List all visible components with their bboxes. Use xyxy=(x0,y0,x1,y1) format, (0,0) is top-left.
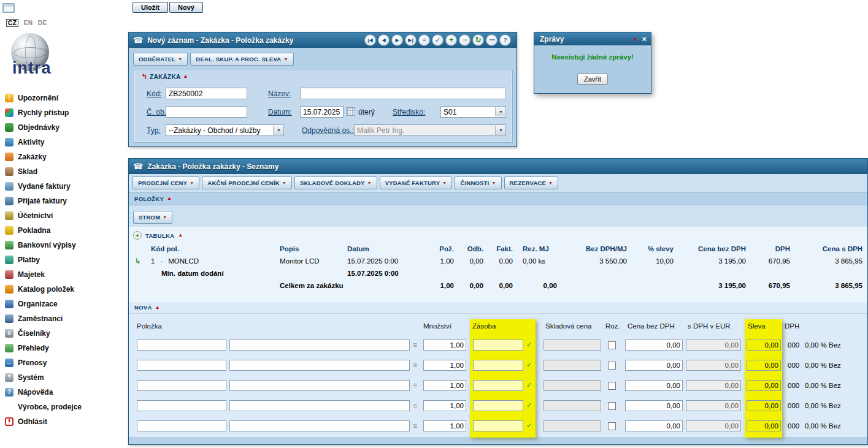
price-input[interactable] xyxy=(625,360,683,371)
list-button[interactable]: ≡ xyxy=(418,34,430,46)
sidebar-item-katalog-polozek[interactable]: Katalog položek xyxy=(5,282,126,297)
save-button[interactable]: Uložit xyxy=(133,2,168,13)
discount-input[interactable] xyxy=(747,360,781,371)
remove-button[interactable]: − xyxy=(459,34,470,46)
quantity-input[interactable] xyxy=(423,340,466,351)
datum-input[interactable] xyxy=(300,106,344,118)
sidebar-item-prijate-faktury[interactable]: Přijaté faktury xyxy=(5,194,126,208)
item-desc-input[interactable] xyxy=(229,420,410,431)
roz-checkbox[interactable] xyxy=(608,402,616,410)
item-code-cell[interactable]: 1-MONLCD xyxy=(146,255,275,267)
new-button[interactable]: Nový xyxy=(169,2,203,13)
discount-input[interactable] xyxy=(747,400,781,411)
sidebar-item-ciselniky[interactable]: #Číselníky xyxy=(5,326,126,341)
sidebar-item-majetek[interactable]: Majetek xyxy=(5,267,126,282)
odberatel-button[interactable]: ODBĚRATEL ▼ xyxy=(133,53,188,66)
collapse-icon[interactable]: ▲ xyxy=(632,37,637,42)
sidebar-item-vyrobce-prodejce[interactable]: @Výrobce, prodejce xyxy=(5,400,126,414)
cinnosti-button[interactable]: ČINNOSTI▼ xyxy=(455,177,501,189)
more-button[interactable]: ⋯ xyxy=(486,34,497,46)
item-desc-input[interactable] xyxy=(229,340,410,351)
confirm-button[interactable]: ✓ xyxy=(432,34,444,46)
menu-handle-icon[interactable]: ≡ xyxy=(413,401,417,410)
vat-rate-select[interactable]: 0,00 % Bez xyxy=(805,402,841,409)
sidebar-item-odhlasit[interactable]: Odhlásit xyxy=(5,414,126,429)
sidebar-item-vydane-faktury[interactable]: Vydané faktury xyxy=(5,179,126,194)
add-row-icon[interactable]: + xyxy=(133,231,142,240)
sidebar-item-system[interactable]: *Systém xyxy=(5,370,126,385)
vat-rate-select[interactable]: 0,00 % Bez xyxy=(805,382,841,389)
help-button[interactable]: ? xyxy=(499,34,511,46)
menu-handle-icon[interactable]: ≡ xyxy=(413,422,417,430)
sidebar-item-zakazky[interactable]: Zakázky xyxy=(5,150,126,164)
nav-last-button[interactable]: ▶| xyxy=(405,34,417,46)
roz-checkbox[interactable] xyxy=(608,341,616,349)
sidebar-item-zamestnanci[interactable]: Zaměstnanci xyxy=(5,311,126,326)
row-expand-icon[interactable]: ↳ xyxy=(129,255,146,267)
sidebar-item-sklad[interactable]: Sklad xyxy=(5,164,126,179)
sidebar-item-pokladna[interactable]: Pokladna xyxy=(5,223,126,238)
item-code-input[interactable] xyxy=(137,400,226,411)
skladove-doklady-button[interactable]: SKLADOVÉ DOKLADY▼ xyxy=(294,177,377,189)
stock-input[interactable] xyxy=(473,380,523,391)
item-desc-input[interactable] xyxy=(229,380,410,391)
discount-input[interactable] xyxy=(747,380,781,391)
sidebar-item-objednavky[interactable]: Objednávky xyxy=(5,120,126,135)
quantity-input[interactable] xyxy=(423,360,466,371)
stock-input[interactable] xyxy=(473,420,523,431)
sidebar-item-organizace[interactable]: Organizace xyxy=(5,297,126,311)
sidebar-item-rychly-pristup[interactable]: Rychlý přístup xyxy=(5,105,126,120)
sidebar-item-prenosy[interactable]: ↔Přenosy xyxy=(5,355,126,370)
vat-rate-select[interactable]: 0,00 % Bez xyxy=(805,341,841,349)
sidebar-item-platby[interactable]: Platby xyxy=(5,252,126,267)
item-code-input[interactable] xyxy=(137,360,226,371)
item-code-input[interactable] xyxy=(137,420,226,431)
rezervace-button[interactable]: REZERVACE▼ xyxy=(504,177,559,189)
add-button[interactable]: + xyxy=(445,34,457,46)
roz-checkbox[interactable] xyxy=(608,422,616,430)
refresh-button[interactable]: ↻ xyxy=(472,34,484,46)
collapse-icon[interactable]: ▲ xyxy=(183,74,188,79)
sidebar-item-upozorneni[interactable]: !Upozornění xyxy=(5,91,126,105)
collapse-icon[interactable]: ▲ xyxy=(167,196,172,201)
collapse-icon[interactable]: ▲ xyxy=(178,233,183,238)
vat-rate-select[interactable]: 0,00 % Bez xyxy=(805,362,841,369)
stock-input[interactable] xyxy=(473,400,523,411)
item-desc-input[interactable] xyxy=(229,400,410,411)
price-input[interactable] xyxy=(625,400,683,411)
prodejni-ceny-button[interactable]: PRODEJNÍ CENY▼ xyxy=(133,177,199,189)
menu-handle-icon[interactable]: ≡ xyxy=(413,341,417,349)
discount-input[interactable] xyxy=(747,340,781,351)
menu-handle-icon[interactable]: ≡ xyxy=(413,361,417,370)
typ-select[interactable]: --Zakázky - Obchod / služby▼ xyxy=(166,124,284,136)
stredisko-select[interactable]: S01▼ xyxy=(440,106,506,118)
price-input[interactable] xyxy=(625,340,683,351)
stock-input[interactable] xyxy=(473,360,523,371)
discount-input[interactable] xyxy=(747,420,781,431)
nav-first-button[interactable]: |◀ xyxy=(364,34,376,46)
price-input[interactable] xyxy=(625,380,683,391)
item-code-input[interactable] xyxy=(137,380,226,391)
cob-input[interactable] xyxy=(166,106,247,118)
strom-button[interactable]: STROM ▼ xyxy=(133,211,172,224)
lang-de[interactable]: DE xyxy=(38,20,47,26)
sidebar-item-aktivity[interactable]: Aktivity xyxy=(5,135,126,150)
vydane-faktury-button[interactable]: VYDANÉ FAKTURY▼ xyxy=(380,177,453,189)
quantity-input[interactable] xyxy=(423,380,466,391)
close-messages-button[interactable]: Zavřít xyxy=(577,74,608,85)
nazev-input[interactable] xyxy=(300,88,506,99)
roz-checkbox[interactable] xyxy=(608,382,616,390)
akcni-prodejni-cenik-button[interactable]: AKČNÍ PRODEJNÍ CENÍK▼ xyxy=(202,177,292,189)
vat-rate-select[interactable]: 0,00 % Bez xyxy=(805,422,841,430)
price-input[interactable] xyxy=(625,420,683,431)
close-icon[interactable]: × xyxy=(642,35,647,43)
lang-cz[interactable]: CZ xyxy=(6,19,18,27)
collapse-icon[interactable]: ▲ xyxy=(155,305,160,310)
quantity-input[interactable] xyxy=(423,420,466,431)
back-arrow-icon[interactable]: ↰ xyxy=(141,73,147,80)
stock-input[interactable] xyxy=(473,340,523,351)
roz-checkbox[interactable] xyxy=(608,362,616,370)
quantity-input[interactable] xyxy=(423,400,466,411)
sidebar-item-ucetnictvi[interactable]: Účetnictví xyxy=(5,208,126,223)
kod-input[interactable] xyxy=(166,88,247,99)
